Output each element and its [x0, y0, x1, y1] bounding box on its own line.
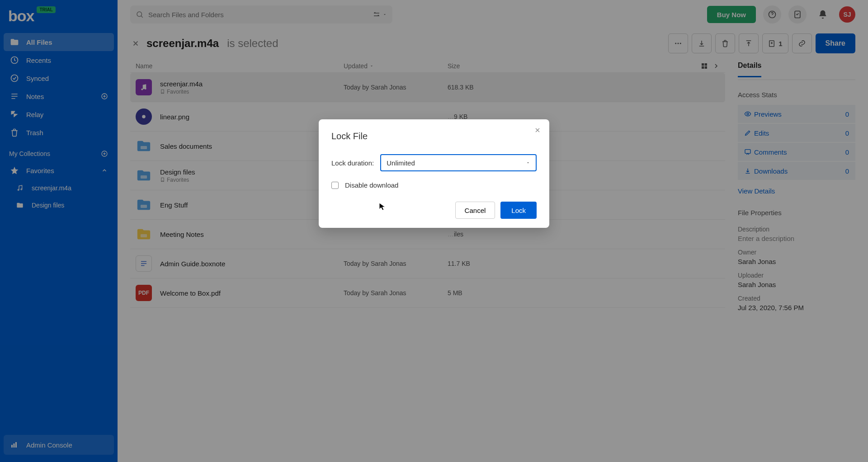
- disable-download-checkbox[interactable]: [331, 182, 339, 189]
- select-value: Unlimited: [387, 159, 415, 167]
- lock-button[interactable]: Lock: [500, 202, 537, 219]
- close-icon[interactable]: [533, 126, 542, 135]
- cancel-button[interactable]: Cancel: [455, 202, 495, 219]
- modal-title: Lock File: [331, 131, 537, 141]
- modal-overlay[interactable]: Lock File Lock duration: Unlimited Disab…: [0, 0, 868, 462]
- lock-duration-select[interactable]: Unlimited: [380, 154, 537, 171]
- disable-download-label: Disable download: [345, 181, 398, 189]
- chevron-down-icon: [526, 160, 530, 165]
- lock-duration-label: Lock duration:: [331, 159, 374, 167]
- lock-file-modal: Lock File Lock duration: Unlimited Disab…: [319, 119, 549, 228]
